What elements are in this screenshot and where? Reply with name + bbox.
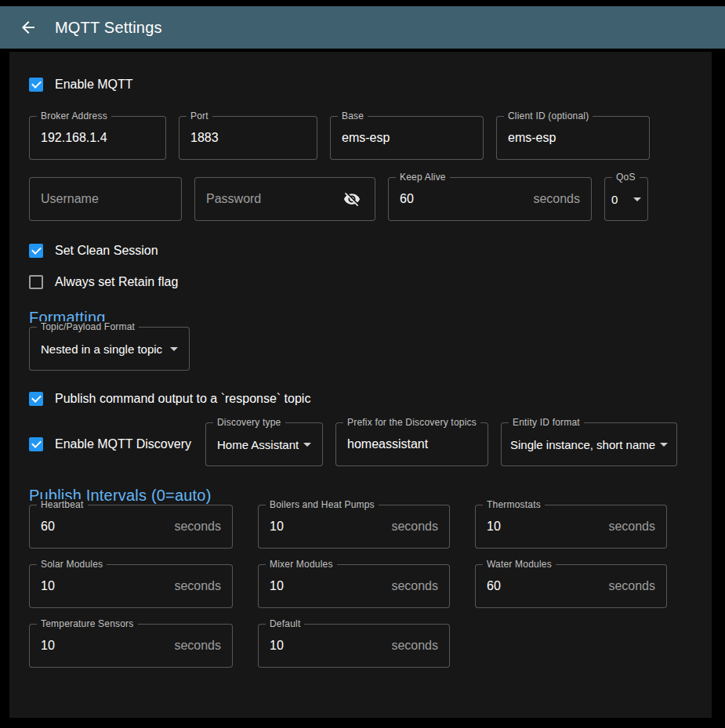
port-field: Port [179, 116, 317, 160]
temperature-sensors-field: Temperature Sensors seconds [29, 624, 233, 668]
visibility-off-icon [343, 190, 361, 208]
field-label: Client ID (optional) [504, 110, 593, 121]
field-label: Mixer Modules [266, 559, 337, 570]
mixer-modules-field: Mixer Modules seconds [258, 564, 450, 608]
field-label: Water Modules [483, 559, 556, 570]
field-label: Temperature Sensors [37, 618, 138, 629]
checkbox-label: Enable MQTT [55, 78, 133, 92]
field-label: Port [187, 110, 212, 121]
base-field: Base [330, 116, 484, 160]
client-id-field: Client ID (optional) [496, 116, 650, 160]
broker-address-input[interactable] [41, 131, 154, 145]
field-label: Solar Modules [37, 559, 107, 570]
field-suffix: seconds [608, 520, 655, 534]
mixer-modules-input[interactable] [270, 579, 385, 593]
app-bar: MQTT Settings [0, 6, 725, 49]
water-modules-input[interactable] [487, 579, 602, 593]
toggle-password-visibility-button[interactable] [340, 187, 364, 211]
username-field [29, 177, 182, 221]
field-suffix: seconds [533, 192, 580, 206]
field-suffix: seconds [174, 639, 221, 653]
field-suffix: seconds [174, 579, 221, 593]
arrow-back-icon [19, 18, 38, 37]
broker-address-field: Broker Address [29, 116, 166, 160]
field-label: Base [338, 110, 368, 121]
dropdown-arrow-icon [633, 197, 641, 201]
water-modules-field: Water Modules seconds [475, 564, 667, 608]
field-label: Boilers and Heat Pumps [266, 499, 379, 510]
dropdown-arrow-icon [170, 347, 178, 351]
qos-value: 0 [611, 193, 629, 206]
field-label: Keep Alive [396, 172, 450, 183]
broker-row: Broker Address Port Base Client ID (opti… [29, 116, 676, 160]
checkbox-icon [29, 392, 43, 406]
port-input[interactable] [190, 131, 306, 145]
default-interval-input[interactable] [270, 639, 385, 653]
field-label: Discovery type [213, 417, 285, 428]
discovery-prefix-input[interactable] [347, 437, 477, 451]
field-suffix: seconds [391, 520, 438, 534]
discovery-type-select[interactable]: Discovery type Home Assistant [205, 422, 323, 466]
checkbox-label: Publish command output to a `response` t… [55, 392, 310, 406]
checkbox-icon [29, 437, 43, 451]
mqtt-settings-form: Enable MQTT Broker Address Port Base Cli… [9, 52, 712, 718]
heartbeat-input[interactable] [41, 520, 168, 534]
boilers-heat-pumps-input[interactable] [270, 520, 385, 534]
qos-select[interactable]: QoS 0 [604, 177, 648, 221]
thermostats-field: Thermostats seconds [475, 505, 667, 549]
base-input[interactable] [342, 131, 472, 145]
field-suffix: seconds [391, 579, 438, 593]
dropdown-arrow-icon [303, 443, 311, 447]
field-label: Topic/Payload Format [37, 321, 139, 332]
discovery-prefix-field: Prefix for the Discovery topics [335, 422, 488, 466]
solar-modules-input[interactable] [41, 579, 168, 593]
entity-id-format-select[interactable]: Entity ID format Single instance, short … [501, 422, 677, 466]
field-suffix: seconds [174, 520, 221, 534]
mqtt-settings-page: MQTT Settings Enable MQTT Broker Address… [0, 0, 725, 728]
field-label: Prefix for the Discovery topics [343, 417, 480, 428]
checkbox-label: Set Clean Session [55, 244, 158, 258]
publish-intervals-grid: Heartbeat seconds Boilers and Heat Pumps… [29, 505, 676, 668]
page-title: MQTT Settings [55, 19, 162, 37]
discovery-row: Enable MQTT Discovery Discovery type Hom… [29, 422, 676, 466]
always-retain-checkbox[interactable]: Always set Retain flag [29, 273, 676, 292]
temperature-sensors-input[interactable] [41, 639, 168, 653]
default-interval-field: Default seconds [258, 624, 450, 668]
checkbox-icon [29, 244, 43, 258]
field-label: Entity ID format [509, 417, 584, 428]
topic-payload-format-select[interactable]: Topic/Payload Format Nested in a single … [29, 327, 190, 371]
topic-format-value: Nested in a single topic [41, 342, 165, 356]
username-input[interactable] [41, 192, 170, 206]
dropdown-arrow-icon [660, 443, 668, 447]
field-label: Broker Address [37, 110, 111, 121]
topic-format-row: Topic/Payload Format Nested in a single … [29, 327, 676, 371]
keep-alive-input[interactable] [400, 192, 527, 206]
field-label: Default [266, 618, 304, 629]
field-suffix: seconds [391, 639, 438, 653]
solar-modules-field: Solar Modules seconds [29, 564, 233, 608]
password-input[interactable] [206, 192, 335, 206]
back-button[interactable] [13, 12, 44, 43]
set-clean-session-checkbox[interactable]: Set Clean Session [29, 241, 676, 260]
password-field [194, 177, 375, 221]
discovery-type-value: Home Assistant [217, 438, 299, 451]
checkbox-icon [29, 275, 43, 289]
publish-response-checkbox[interactable]: Publish command output to a `response` t… [29, 389, 676, 408]
field-label: Thermostats [483, 499, 545, 510]
keep-alive-field: Keep Alive seconds [388, 177, 592, 221]
enable-mqtt-checkbox[interactable]: Enable MQTT [29, 75, 676, 94]
entity-id-format-value: Single instance, short name [510, 438, 655, 451]
field-label: Heartbeat [37, 499, 88, 510]
thermostats-input[interactable] [487, 520, 602, 534]
checkbox-label: Always set Retain flag [55, 275, 178, 289]
field-suffix: seconds [608, 579, 655, 593]
field-label: QoS [612, 172, 640, 183]
heartbeat-field: Heartbeat seconds [29, 505, 233, 549]
checkbox-label: Enable MQTT Discovery [55, 437, 191, 451]
checkbox-icon [29, 78, 43, 92]
credentials-row: Keep Alive seconds QoS 0 [29, 177, 676, 221]
enable-mqtt-discovery-checkbox[interactable]: Enable MQTT Discovery [29, 435, 193, 454]
client-id-input[interactable] [508, 131, 638, 145]
boilers-heat-pumps-field: Boilers and Heat Pumps seconds [258, 505, 450, 549]
